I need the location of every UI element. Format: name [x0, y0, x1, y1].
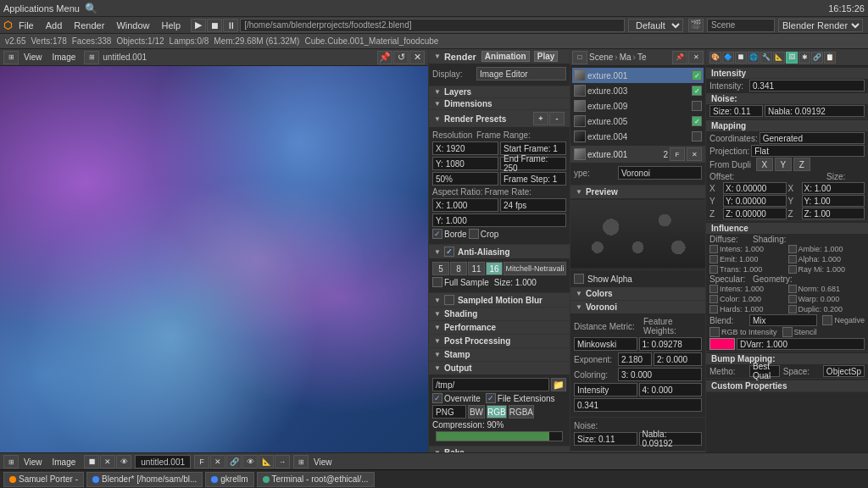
metho-val[interactable]: Best Qual [749, 365, 780, 377]
layout-selector[interactable]: Default [628, 19, 683, 32]
x-btn[interactable]: X [756, 158, 773, 171]
fw2-value[interactable]: 2: 0.000 [654, 352, 702, 366]
file-ext-checkbox[interactable] [486, 393, 496, 403]
fw3-value[interactable]: 3: 0.000 [618, 368, 702, 381]
coloring-value[interactable]: Intensity [574, 383, 637, 396]
aspect-y-value[interactable]: Y: 1.000 [432, 214, 566, 227]
tex-x-icon[interactable]: ✕ [687, 147, 702, 161]
overwrite-checkbox[interactable] [432, 393, 442, 403]
z-btn[interactable]: Z [793, 158, 810, 171]
bb1-icon1[interactable]: 🔲 [84, 455, 99, 469]
pin-icon[interactable]: 📌 [377, 51, 392, 64]
frame-step-value[interactable]: Frame Step: 1 [500, 172, 566, 186]
dimensions-header[interactable]: Dimensions [429, 98, 570, 109]
viewport-canvas[interactable] [0, 66, 428, 452]
preset-remove-icon[interactable]: - [549, 112, 565, 125]
tex-check-004[interactable] [692, 131, 702, 141]
start-frame-value[interactable]: Start Frame: 1 [500, 141, 566, 155]
dvar-val[interactable]: DVarr: 1.000 [737, 338, 865, 350]
bb1-r3[interactable]: 🔗 [226, 455, 242, 469]
prop-icon-7[interactable]: 🖼 [786, 52, 798, 64]
tex-item-001[interactable]: exture.001 ✓ [572, 68, 704, 83]
format-value[interactable]: PNG [432, 405, 466, 419]
inf-emit-cb[interactable] [709, 255, 718, 263]
bw-btn[interactable]: BW [468, 405, 485, 419]
tex-check-001[interactable]: ✓ [692, 70, 702, 80]
tex-item-009[interactable]: exture.009 [572, 98, 704, 114]
intens-val[interactable]: 0.341 [749, 80, 865, 92]
aa-header[interactable]: Anti-Aliasing [429, 245, 570, 258]
layers-header[interactable]: Layers [429, 86, 570, 97]
tex-close-icon[interactable]: ✕ [688, 51, 704, 64]
stamp-hdr[interactable]: Stamp [429, 348, 570, 361]
aa-11-btn[interactable]: 11 [468, 262, 485, 275]
shading-hdr[interactable]: Shading [429, 308, 570, 320]
prop-icon-10[interactable]: 📋 [824, 52, 836, 64]
sz-value[interactable]: Z: 1.00 [802, 208, 865, 219]
render-presets-header[interactable]: Render Presets + - [429, 110, 570, 127]
tex-check-005[interactable]: ✓ [692, 116, 702, 126]
icon-btn-1[interactable]: ▶ [191, 19, 206, 32]
space-val[interactable]: ObjectSp [823, 365, 865, 377]
bb1-r5[interactable]: 📐 [259, 455, 274, 469]
tex-item-004[interactable]: exture.004 [572, 129, 704, 144]
icon-btn-2[interactable]: ⏹ [207, 19, 222, 32]
size-val2[interactable]: Size: 0.11 [709, 105, 763, 117]
borde-checkbox[interactable] [432, 229, 442, 239]
intensity-value[interactable]: 0.341 [574, 398, 702, 412]
hard-cb[interactable] [709, 305, 718, 313]
coords-val2[interactable]: Generated [760, 132, 865, 144]
view-menu[interactable]: View [19, 53, 47, 62]
warp-cb[interactable] [788, 295, 797, 303]
aa-8-btn[interactable]: 8 [450, 262, 467, 275]
taskbar-item-0[interactable]: Samuel Porter - [3, 472, 84, 487]
tex-pin-icon[interactable]: 📌 [672, 51, 687, 64]
blend-val[interactable]: Mix [749, 314, 817, 326]
aa-5-btn[interactable]: 5 [432, 262, 449, 275]
menu-window[interactable]: Window [111, 20, 154, 30]
rgb-to-cb[interactable] [709, 327, 720, 337]
bb1-image-label[interactable]: Image [47, 458, 81, 467]
nabla-value[interactable]: Nabla: 0.09192 [639, 432, 703, 446]
bb1-r2[interactable]: ✕ [210, 455, 225, 469]
exp-value[interactable]: 2.180 [618, 352, 652, 366]
inf-ambie-cb[interactable] [788, 245, 797, 253]
preview-header[interactable]: Preview [570, 186, 705, 198]
engine-selector[interactable]: Blender Render [778, 19, 863, 32]
stencil-cb[interactable] [782, 327, 793, 337]
aa-16-btn[interactable]: 16 [486, 262, 503, 275]
prop-icon-4[interactable]: 🌐 [748, 52, 760, 64]
menu-file[interactable]: File [14, 20, 39, 30]
crop-checkbox[interactable] [469, 229, 479, 239]
animate-btn[interactable]: Animation [481, 51, 530, 62]
compression-bar[interactable] [436, 431, 563, 441]
image-menu[interactable]: Image [47, 53, 81, 62]
motion-blur-header[interactable]: Sampled Motion Blur [429, 293, 570, 307]
bb1-icon2[interactable]: ✕ [100, 455, 115, 469]
prop-icon-5[interactable]: 🔧 [760, 52, 772, 64]
show-alpha-checkbox[interactable] [574, 274, 584, 284]
output-path-value[interactable]: /tmp/ [432, 378, 549, 391]
bb1-icon3[interactable]: 👁 [116, 455, 131, 469]
menu-render[interactable]: Render [69, 20, 109, 30]
prop-icon-2[interactable]: 🔷 [722, 52, 734, 64]
y-res-value[interactable]: Y: 1080 [432, 157, 498, 170]
colors-header[interactable]: Colors [570, 287, 705, 300]
bb1-view-label[interactable]: View [19, 458, 47, 467]
menu-help[interactable]: Help [157, 20, 186, 30]
proj-val[interactable]: Flat [751, 145, 865, 157]
bb1-r4[interactable]: 👁 [242, 455, 258, 469]
y-btn[interactable]: Y [775, 158, 792, 171]
end-frame-value[interactable]: End Frame: 250 [500, 157, 566, 170]
fw4-value[interactable]: 4: 0.000 [639, 383, 703, 396]
postproc-hdr[interactable]: Post Processing [429, 335, 570, 347]
bb1-r1[interactable]: F [194, 455, 209, 469]
preset-add-icon[interactable]: + [533, 112, 548, 125]
display-dropdown[interactable]: Image Editor [476, 67, 566, 80]
untitled-bar[interactable]: untitled.001 [135, 455, 191, 469]
aspect-x-value[interactable]: X: 1.000 [432, 198, 498, 212]
prop-icon-3[interactable]: 🔲 [735, 52, 747, 64]
bb1-menu-icon[interactable]: ⊞ [3, 455, 19, 469]
res-pct-value[interactable]: 50% [432, 172, 498, 186]
apps-menu-label[interactable]: Applications Menu [3, 3, 80, 14]
